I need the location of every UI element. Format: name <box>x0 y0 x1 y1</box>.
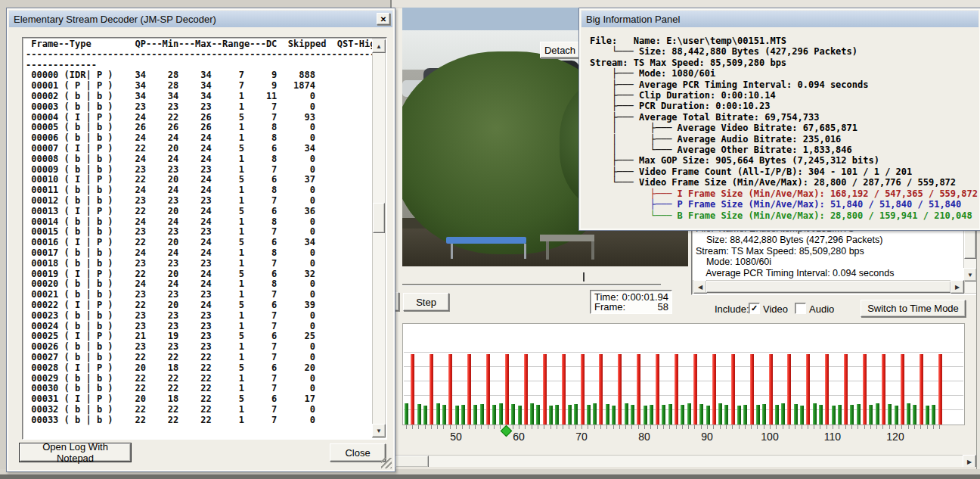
i-frame-bar <box>524 354 528 425</box>
axis-tick <box>726 425 727 429</box>
decoder-dialog-titlebar[interactable]: Elementary Stream Decoder (JM-SP Decoder… <box>9 11 392 27</box>
axis-tick <box>500 425 501 429</box>
screen-bottom-edge <box>0 474 980 479</box>
axis-tick <box>569 425 569 429</box>
info-hscroll-right-icon[interactable]: ▶ <box>951 280 964 294</box>
i-frame-bar <box>411 354 414 425</box>
axis-tick <box>588 425 588 429</box>
axis-tick <box>412 425 413 429</box>
info-vscroll-down-icon[interactable]: ▼ <box>963 268 977 281</box>
decoder-vscrollbar[interactable]: ▲ ▼ <box>372 39 386 438</box>
i-frame-bar <box>863 354 867 425</box>
resize-grip-icon[interactable] <box>381 458 392 468</box>
axis-tick <box>513 425 513 429</box>
axis-tick <box>914 425 915 429</box>
i-frame-bar <box>448 354 452 425</box>
chart-plot <box>402 323 965 425</box>
axis-tick <box>833 425 833 429</box>
b-frame-bar <box>724 405 728 425</box>
i-frame-bar <box>731 354 735 425</box>
b-frame-bar <box>662 405 665 425</box>
axis-tick <box>757 425 758 429</box>
detach-button[interactable]: Detach <box>540 42 580 58</box>
b-frame-bar <box>794 404 798 425</box>
info-vscrollbar[interactable]: ▼ <box>963 225 977 294</box>
b-frame-bar <box>511 404 515 425</box>
axis-tick <box>908 425 909 429</box>
axis-tick <box>544 425 544 429</box>
axis-tick <box>851 425 852 429</box>
i-frame-bar <box>769 354 773 425</box>
axis-tick <box>751 425 752 429</box>
b-frame-bar <box>832 406 836 425</box>
stream-info-lines: File: Name: E:\user\temp\00151.MTS Size:… <box>696 224 963 279</box>
decoder-scroll-thumb[interactable] <box>373 203 385 233</box>
video-picnic-legs <box>546 241 594 260</box>
big-info-panel-titlebar[interactable]: Big Information Panel <box>581 11 978 27</box>
audio-checkbox[interactable] <box>795 303 806 314</box>
axis-tick <box>406 425 407 429</box>
i-frame-bar <box>581 354 585 425</box>
decoder-scroll-down-icon[interactable]: ▼ <box>372 424 386 437</box>
axis-tick <box>488 425 488 429</box>
axis-tick <box>789 425 789 429</box>
i-frame-bar <box>920 354 923 425</box>
i-frame-bar <box>486 354 490 425</box>
axis-tick <box>694 425 695 429</box>
info-line: Average PCR Timing Interval: 0.094 secon… <box>696 268 963 279</box>
axis-tick <box>802 425 802 429</box>
axis-tick <box>808 425 808 429</box>
chart-hscroll-thumb[interactable] <box>395 456 429 468</box>
axis-tick <box>764 425 764 429</box>
close-button[interactable]: Close <box>330 443 386 462</box>
b-frame-bar <box>926 406 929 425</box>
axis-tick <box>557 425 557 429</box>
open-log-button[interactable]: Open Log With Notepad <box>20 443 131 462</box>
b-frame-bar <box>555 405 559 425</box>
b-frame-bar <box>405 403 408 425</box>
axis-tick <box>613 425 614 429</box>
stream-info-box[interactable]: File: Name: E:\user\temp\00151.MTS Size:… <box>691 224 978 295</box>
axis-tick <box>644 425 645 429</box>
i-frame-bar <box>430 354 433 425</box>
axis-tick <box>418 425 419 429</box>
axis-tick <box>650 425 651 429</box>
axis-tick <box>538 425 538 429</box>
axis-tick <box>443 425 444 429</box>
info-hscroll-left-icon[interactable]: ◀ <box>693 280 707 294</box>
axis-tick <box>462 425 463 429</box>
decoder-scroll-up-icon[interactable]: ▲ <box>372 39 386 53</box>
video-checkbox-label[interactable]: Video <box>763 303 788 315</box>
panel-line: │ ├─── Average Audio Bitrate: 235,016 <box>590 134 978 145</box>
audio-checkbox-label[interactable]: Audio <box>809 303 834 315</box>
axis-tick <box>475 425 476 429</box>
axis-tick <box>858 425 858 429</box>
b-frame-bar <box>625 403 628 425</box>
info-hscrollbar[interactable]: ◀ ▶ <box>693 280 965 294</box>
video-checkbox[interactable]: ✓ <box>749 303 760 314</box>
b-frame-bar <box>895 406 898 425</box>
seek-trackbar[interactable] <box>402 268 662 288</box>
frame-value: 58 <box>658 301 668 313</box>
b-frame-bar <box>838 405 842 425</box>
axis-tick <box>713 425 714 429</box>
b-frame-bar <box>417 404 421 425</box>
i-frame-bar <box>750 354 754 425</box>
axis-tick <box>669 425 670 429</box>
axis-tick <box>625 425 626 429</box>
axis-tick <box>663 425 664 429</box>
axis-tick <box>519 425 519 429</box>
axis-tick <box>481 425 482 429</box>
axis-tick <box>876 425 877 429</box>
switch-to-time-mode-button[interactable]: Switch to Time Mode <box>861 300 966 317</box>
b-frame-bar <box>775 405 779 425</box>
close-icon[interactable]: ✕ <box>377 13 390 25</box>
b-frame-bar <box>631 405 634 425</box>
trackbar-thumb[interactable] <box>583 272 585 281</box>
b-frame-bar <box>687 403 691 425</box>
step-button[interactable]: Step <box>403 293 449 311</box>
panel-line: ├─── Video Frame Count (All-I/P/B): 304 … <box>590 166 978 177</box>
decoder-listbox[interactable]: Frame--Type QP---Min---Max--Range---DC S… <box>22 37 387 440</box>
panel-line: │ └─── Average Other Bitrate: 1,833,846 <box>590 145 978 155</box>
frame-size-chart[interactable]: 5060708090100110120 <box>402 323 965 453</box>
